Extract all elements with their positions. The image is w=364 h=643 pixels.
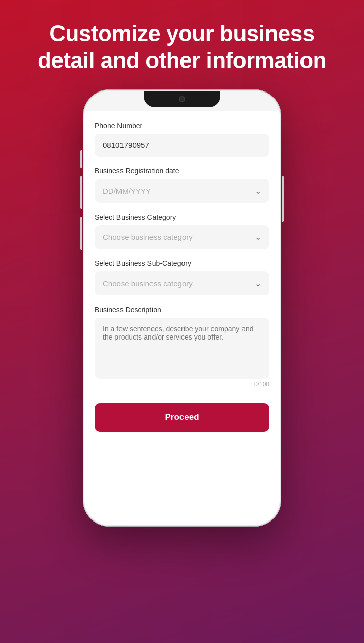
chevron-down-icon: ⌄ [255,279,261,288]
side-button-power [282,176,284,222]
screen-content: Phone Number Business Registration date … [84,111,280,525]
phone-number-label: Phone Number [95,121,269,130]
registration-date-placeholder: DD/MM/YYYY [103,187,151,195]
chevron-down-icon: ⌄ [255,232,261,242]
business-subcategory-placeholder: Choose business category [103,279,193,288]
side-button-vol-down [80,217,82,250]
char-count: 0/100 [95,381,269,388]
phone-notch [144,91,220,107]
page-title: Customize your business detail and other… [0,0,364,89]
business-subcategory-select[interactable]: Choose business category ⌄ [95,271,269,295]
side-button-vol-up [80,176,82,209]
registration-date-select[interactable]: DD/MM/YYYY ⌄ [95,179,269,203]
business-description-group: Business Description 0/100 [95,305,269,388]
phone-mockup: Phone Number Business Registration date … [83,89,281,527]
phone-screen: Phone Number Business Registration date … [84,91,280,525]
textarea-wrapper [95,318,269,379]
business-description-textarea[interactable] [95,318,269,379]
registration-date-label: Business Registration date [95,167,269,175]
registration-date-group: Business Registration date DD/MM/YYYY ⌄ [95,167,269,203]
chevron-down-icon: ⌄ [255,186,261,196]
business-category-select[interactable]: Choose business category ⌄ [95,225,269,249]
front-camera [179,96,185,102]
business-description-label: Business Description [95,305,269,314]
business-subcategory-group: Select Business Sub-Category Choose busi… [95,259,269,295]
phone-number-group: Phone Number [95,121,269,157]
business-subcategory-label: Select Business Sub-Category [95,259,269,267]
business-category-placeholder: Choose business category [103,233,193,241]
business-category-label: Select Business Category [95,213,269,221]
proceed-button[interactable]: Proceed [95,403,269,432]
business-category-group: Select Business Category Choose business… [95,213,269,249]
side-button-mute [80,150,82,168]
phone-number-input[interactable] [95,134,269,157]
